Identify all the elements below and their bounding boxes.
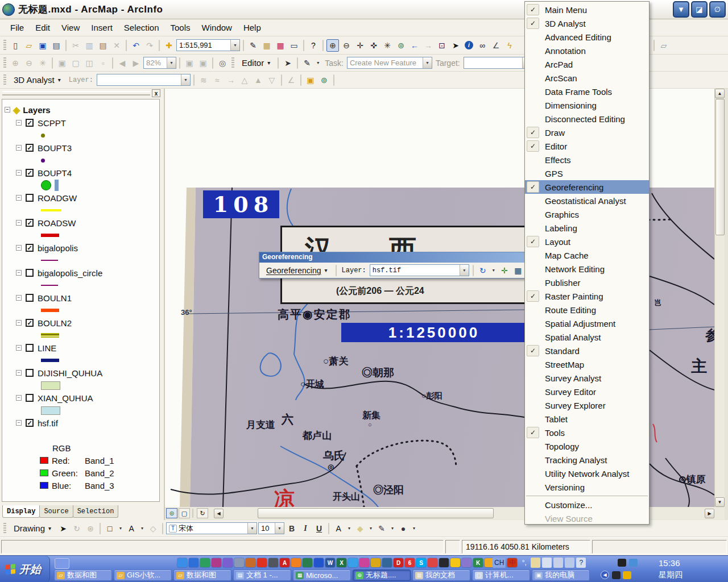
print-icon[interactable]: ▤: [50, 39, 63, 52]
line-color-icon[interactable]: ✎: [375, 522, 388, 535]
expand-box[interactable]: [16, 220, 22, 226]
context-menu-item[interactable]: Route Editing: [525, 303, 649, 317]
expand-box[interactable]: [16, 320, 22, 326]
layer-label[interactable]: DIJISHI_QUHUA: [38, 368, 102, 378]
taskbar-task-button[interactable]: ▱ 数据和图: [173, 569, 231, 581]
zoom-in-icon[interactable]: ⊕: [326, 39, 339, 52]
font-size-combo[interactable]: 10 ▼: [258, 522, 284, 534]
separator[interactable]: [126, 40, 127, 51]
layer-label[interactable]: LINE: [38, 343, 56, 353]
separator[interactable]: [281, 74, 282, 86]
quicklaunch-icon[interactable]: A: [280, 558, 289, 567]
context-menu-item[interactable]: Graphics: [525, 207, 649, 221]
minimize-button[interactable]: ▼: [673, 1, 689, 18]
contour-icon[interactable]: △: [238, 74, 251, 86]
quicklaunch-icon[interactable]: X: [337, 558, 346, 567]
layer-label[interactable]: SCPPT: [38, 118, 66, 128]
data-view-button[interactable]: ⊚: [166, 508, 177, 518]
context-menu-item[interactable]: Dimensioning: [525, 98, 649, 112]
arcglobe-icon[interactable]: ⊚: [318, 74, 330, 86]
chevron-down-icon[interactable]: ▼: [181, 74, 190, 85]
quicklaunch-icon[interactable]: [303, 558, 312, 567]
measure-icon[interactable]: ∠: [490, 39, 502, 52]
quicklaunch-icon[interactable]: S: [416, 558, 426, 567]
separator[interactable]: [300, 74, 301, 86]
language-bar-item[interactable]: ?: [576, 558, 586, 568]
context-menu-item[interactable]: ✓ Draw: [525, 126, 649, 139]
font-color-dropdown-icon[interactable]: ▾: [346, 522, 353, 535]
chevron-down-icon[interactable]: ▼: [275, 523, 284, 534]
taskbar-task-button[interactable]: ▤ 文档 1 -...: [233, 569, 291, 581]
layer-visibility-checkbox[interactable]: [26, 344, 34, 352]
vertical-scroll-thumb[interactable]: [715, 99, 725, 235]
font-color-icon[interactable]: A: [332, 522, 345, 535]
sketch-tool-dropdown-icon[interactable]: ▾: [315, 57, 321, 69]
expand-box[interactable]: [16, 270, 22, 276]
context-menu-item[interactable]: Network Editing: [525, 262, 649, 276]
separator[interactable]: [212, 57, 213, 69]
next-extent-page-icon[interactable]: ▶: [130, 57, 142, 69]
close-button[interactable]: ∅: [709, 1, 726, 18]
separator[interactable]: [328, 523, 329, 534]
expand-box[interactable]: [16, 120, 22, 126]
quicklaunch-icon[interactable]: [268, 558, 278, 567]
toolbar-grip[interactable]: [3, 523, 6, 534]
line-of-sight-icon[interactable]: ▲: [252, 74, 264, 86]
expand-box[interactable]: [16, 295, 22, 301]
language-bar-item[interactable]: [542, 558, 552, 568]
taskbar-task-button[interactable]: ▦ Microso...: [293, 569, 351, 581]
expand-box[interactable]: [5, 107, 10, 113]
layout-zoom-out-icon[interactable]: ⊖: [23, 57, 35, 69]
hyperlink-icon[interactable]: ϟ: [503, 39, 516, 52]
zoom-to-selected-icon[interactable]: ⊛: [84, 522, 97, 535]
layer-visibility-checkbox[interactable]: [26, 294, 34, 302]
menu-item[interactable]: Window: [197, 21, 237, 34]
delete-icon[interactable]: ✕: [110, 39, 123, 52]
vertical-scrollbar[interactable]: ▲ ▼: [714, 89, 725, 507]
separator[interactable]: [322, 40, 324, 51]
scroll-left-icon[interactable]: ◀: [214, 509, 224, 518]
focus-data-frame-icon[interactable]: ▣: [197, 57, 209, 69]
context-menu-item[interactable]: ✓ Main Menu: [525, 3, 649, 16]
separator[interactable]: [303, 40, 304, 51]
quicklaunch-icon[interactable]: [450, 558, 460, 567]
fill-color-dropdown-icon[interactable]: ▾: [367, 522, 374, 535]
layer-visibility-checkbox[interactable]: ✓: [26, 169, 34, 177]
menu-item[interactable]: Help: [239, 21, 266, 34]
bold-button[interactable]: B: [286, 522, 298, 535]
context-menu-item[interactable]: Survey Explorer: [525, 398, 649, 412]
horizontal-scroll-thumb[interactable]: [258, 508, 494, 518]
chevron-down-icon[interactable]: ▼: [230, 40, 239, 51]
layer-visibility-checkbox[interactable]: [26, 369, 34, 377]
toc-tab[interactable]: Selection: [73, 505, 119, 518]
separator[interactable]: [243, 40, 244, 51]
rotate-raster-icon[interactable]: ↻: [477, 264, 489, 277]
scroll-down-icon[interactable]: ▼: [715, 497, 725, 507]
toc-tab[interactable]: Display: [2, 505, 40, 518]
task-combo[interactable]: Create New Feature ▼: [347, 57, 432, 69]
quicklaunch-icon[interactable]: [382, 558, 392, 567]
text-dropdown-icon[interactable]: ▾: [139, 522, 146, 535]
layer-label[interactable]: XIAN_QUHUA: [38, 393, 93, 403]
select-features-icon[interactable]: ⊡: [436, 39, 448, 52]
show-desktop-button[interactable]: [55, 558, 69, 569]
rotate-elements-icon[interactable]: ↻: [71, 522, 83, 535]
layer-visibility-checkbox[interactable]: [26, 394, 34, 402]
context-menu-item[interactable]: Survey Analyst: [525, 371, 649, 385]
zoom-whole-page-icon[interactable]: ▣: [56, 57, 68, 69]
layer-label[interactable]: BOULN2: [38, 318, 72, 328]
taskbar-task-button[interactable]: ▥ 我的文档: [412, 569, 470, 581]
tray-icon[interactable]: [623, 571, 631, 579]
taskbar-task-button[interactable]: ▢ 计算机...: [472, 569, 530, 581]
shape-tool-icon[interactable]: □: [104, 522, 116, 535]
separator[interactable]: [297, 57, 298, 69]
identify-icon[interactable]: i: [465, 41, 473, 49]
quicklaunch-icon[interactable]: [212, 558, 221, 567]
georef-layer-combo[interactable]: hsf.tif ▼: [370, 264, 469, 276]
expand-box[interactable]: [16, 170, 22, 176]
flood-icon[interactable]: ▽: [266, 74, 278, 86]
layer-label[interactable]: ROADGW: [38, 193, 77, 203]
start-button[interactable]: 开始: [0, 556, 50, 582]
save-icon[interactable]: ▣: [36, 39, 49, 52]
taskbar-task-button[interactable]: ▣ 我的电脑: [532, 569, 590, 581]
